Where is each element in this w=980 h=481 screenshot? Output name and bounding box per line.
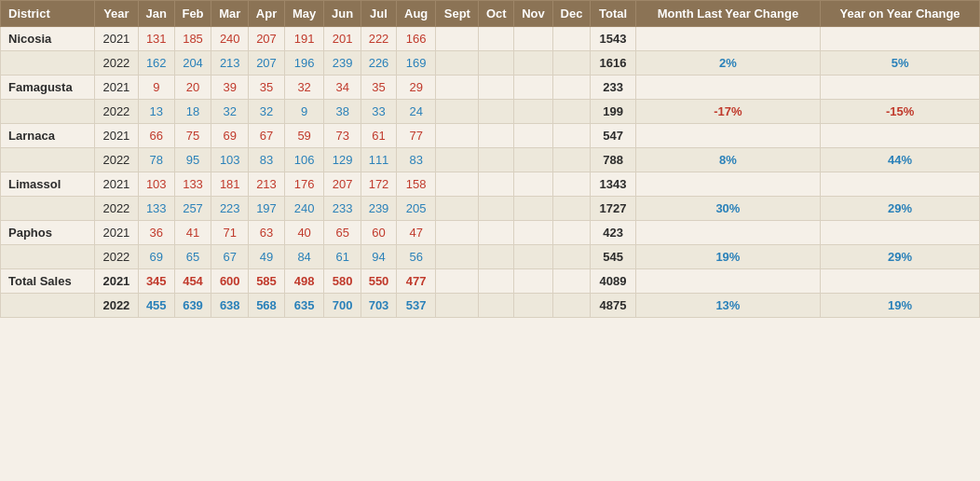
cell-year: 2021 — [94, 172, 138, 197]
cell-oct — [479, 148, 514, 172]
cell-jan: 133 — [138, 197, 174, 221]
cell-mar: 71 — [211, 221, 249, 245]
cell-aug: 477 — [396, 269, 435, 294]
cell-year-on-year-change: 29% — [821, 245, 980, 269]
cell-district — [1, 294, 95, 318]
table-row: Paphos20213641716340656047423 — [1, 221, 980, 245]
cell-mar: 69 — [211, 124, 249, 148]
cell-sept — [436, 197, 479, 221]
cell-total: 547 — [591, 124, 635, 148]
cell-apr: 83 — [249, 148, 285, 172]
cell-oct — [479, 124, 514, 148]
cell-jan: 455 — [138, 294, 174, 318]
cell-apr: 213 — [249, 172, 285, 197]
cell-oct — [479, 294, 514, 318]
cell-feb: 75 — [174, 124, 211, 148]
cell-total: 1616 — [591, 51, 635, 76]
cell-jul: 33 — [361, 100, 397, 124]
cell-apr: 585 — [249, 269, 285, 294]
cell-feb: 20 — [174, 76, 211, 100]
cell-may: 498 — [284, 269, 323, 294]
cell-jun: 700 — [324, 294, 361, 318]
table-row: 2022133257223197240233239205172730%29% — [1, 197, 980, 221]
cell-sept — [436, 51, 479, 76]
cell-may: 635 — [284, 294, 323, 318]
cell-may: 84 — [284, 245, 323, 269]
cell-dec — [552, 221, 591, 245]
cell-year-on-year-change — [821, 172, 980, 197]
cell-oct — [479, 245, 514, 269]
col-aug: Aug — [396, 1, 435, 27]
sales-table: District Year Jan Feb Mar Apr May Jun Ju… — [0, 0, 980, 318]
cell-apr: 35 — [249, 76, 285, 100]
table-row: Total Sales20213454546005854985805504774… — [1, 269, 980, 294]
cell-nov — [514, 100, 553, 124]
cell-feb: 257 — [174, 197, 211, 221]
cell-jan: 66 — [138, 124, 174, 148]
cell-oct — [479, 197, 514, 221]
cell-sept — [436, 27, 479, 51]
cell-mar: 600 — [211, 269, 249, 294]
cell-nov — [514, 148, 553, 172]
table-row: 202216220421320719623922616916162%5% — [1, 51, 980, 76]
col-year: Year — [94, 1, 138, 27]
cell-total: 199 — [591, 100, 635, 124]
col-sept: Sept — [436, 1, 479, 27]
cell-mar: 240 — [211, 27, 249, 51]
cell-mar: 32 — [211, 100, 249, 124]
cell-year: 2021 — [94, 27, 138, 51]
cell-jun: 207 — [324, 172, 361, 197]
cell-oct — [479, 27, 514, 51]
cell-apr: 32 — [249, 100, 285, 124]
cell-jan: 69 — [138, 245, 174, 269]
cell-jan: 131 — [138, 27, 174, 51]
cell-jun: 201 — [324, 27, 361, 51]
cell-jul: 172 — [361, 172, 397, 197]
cell-jun: 38 — [324, 100, 361, 124]
cell-total: 1343 — [591, 172, 635, 197]
cell-mar: 103 — [211, 148, 249, 172]
cell-jan: 36 — [138, 221, 174, 245]
cell-month-last-year-change — [635, 172, 820, 197]
cell-jul: 703 — [361, 294, 397, 318]
cell-jun: 34 — [324, 76, 361, 100]
cell-aug: 205 — [396, 197, 435, 221]
cell-dec — [552, 27, 591, 51]
cell-nov — [514, 124, 553, 148]
cell-jul: 226 — [361, 51, 397, 76]
cell-dec — [552, 76, 591, 100]
cell-feb: 454 — [174, 269, 211, 294]
cell-aug: 169 — [396, 51, 435, 76]
cell-jan: 162 — [138, 51, 174, 76]
cell-oct — [479, 269, 514, 294]
cell-may: 40 — [284, 221, 323, 245]
cell-nov — [514, 294, 553, 318]
cell-sept — [436, 245, 479, 269]
cell-dec — [552, 197, 591, 221]
cell-sept — [436, 148, 479, 172]
cell-district — [1, 197, 95, 221]
cell-apr: 63 — [249, 221, 285, 245]
cell-jul: 111 — [361, 148, 397, 172]
cell-jul: 60 — [361, 221, 397, 245]
cell-aug: 47 — [396, 221, 435, 245]
cell-year-on-year-change — [821, 124, 980, 148]
cell-month-last-year-change: 2% — [635, 51, 820, 76]
cell-month-last-year-change — [635, 221, 820, 245]
cell-jun: 73 — [324, 124, 361, 148]
col-apr: Apr — [249, 1, 285, 27]
col-year-on-year-change: Year on Year Change — [821, 1, 980, 27]
cell-apr: 67 — [249, 124, 285, 148]
cell-mar: 213 — [211, 51, 249, 76]
table-row: Limassol20211031331812131762071721581343 — [1, 172, 980, 197]
cell-aug: 77 — [396, 124, 435, 148]
cell-sept — [436, 100, 479, 124]
col-oct: Oct — [479, 1, 514, 27]
cell-jul: 94 — [361, 245, 397, 269]
cell-mar: 39 — [211, 76, 249, 100]
cell-nov — [514, 269, 553, 294]
table-row: 2022789510383106129111837888%44% — [1, 148, 980, 172]
cell-aug: 166 — [396, 27, 435, 51]
cell-apr: 197 — [249, 197, 285, 221]
cell-month-last-year-change: 19% — [635, 245, 820, 269]
